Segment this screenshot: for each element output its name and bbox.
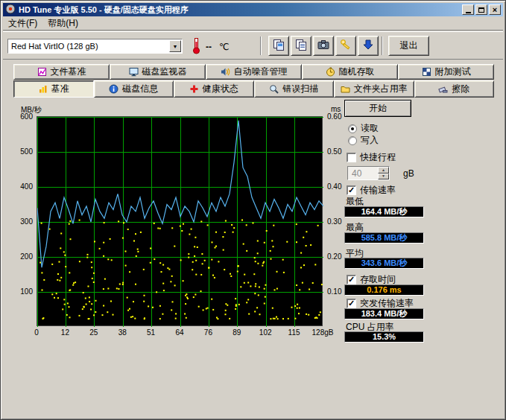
tab-extra-tests[interactable]: 附加测试 [398, 64, 494, 80]
short-stroke-size-stepper[interactable]: 40 ▲ ▼ [347, 166, 390, 180]
tab-aam[interactable]: 自动噪音管理 [206, 64, 302, 80]
tab-random-access[interactable]: 随机存取 [302, 64, 398, 80]
disk-monitor-icon [129, 67, 139, 77]
window-title: HD Tune 专业版 5.50 - 硬盘/固态硬盘实用程序 [19, 4, 189, 16]
temperature-value: -- [206, 42, 212, 52]
left-axis-ticks: 600500400300200100 [13, 116, 34, 326]
short-stroke-checkbox[interactable]: 快捷行程 [347, 151, 396, 164]
access-time-display: 0.176 ms [344, 284, 424, 296]
read-radio[interactable]: 读取 [348, 122, 379, 135]
checkered-flag-icon [422, 67, 431, 77]
stopwatch-icon [326, 67, 335, 77]
checkbox-box[interactable] [347, 299, 356, 308]
tab-erase[interactable]: 擦除 [414, 80, 495, 98]
chevron-down-icon[interactable]: ▼ [169, 40, 181, 52]
copy-text-button[interactable] [291, 36, 311, 56]
checkbox-box[interactable] [347, 185, 356, 195]
camera-icon [317, 38, 330, 54]
tab-health[interactable]: 健康状态 [174, 80, 254, 98]
red-cross-icon [189, 84, 199, 94]
speaker-icon [221, 67, 230, 77]
tab-row-secondary: 文件基准 磁盘监视器 自动噪音管理 随机存取 附加测试 [13, 64, 494, 80]
maximize-button[interactable] [475, 4, 487, 15]
menu-help[interactable]: 帮助(H) [42, 16, 83, 31]
tab-row-primary: 基准 磁盘信息 健康状态 错误扫描 文件夹占用率 擦除 [13, 80, 494, 98]
copy-screenshot-button[interactable] [268, 36, 289, 56]
radio-dot[interactable] [348, 136, 357, 145]
avg-speed-display: 343.6 MB/秒 [344, 258, 424, 269]
file-benchmark-icon [37, 67, 47, 77]
checkbox-box[interactable] [347, 275, 356, 284]
stepper-unit-label: gB [403, 168, 414, 179]
magnifier-icon [269, 84, 279, 94]
checkbox-box[interactable] [347, 153, 356, 162]
radio-dot[interactable] [348, 124, 357, 133]
benchmark-icon [38, 84, 48, 94]
eraser-icon [438, 84, 448, 94]
temperature-unit: ℃ [219, 42, 229, 52]
screenshot-button[interactable] [313, 36, 334, 56]
thermometer-icon [192, 37, 200, 57]
download-arrow-icon [361, 38, 375, 54]
exit-button[interactable]: 退出 [388, 36, 429, 56]
title-bar[interactable]: HD Tune 专业版 5.50 - 硬盘/固态硬盘实用程序 × [3, 3, 503, 16]
submit-results-button[interactable] [335, 36, 356, 56]
close-button[interactable]: × [489, 4, 501, 15]
minimize-button[interactable] [462, 4, 474, 15]
copy-image-icon [272, 38, 285, 54]
tab-file-benchmark[interactable]: 文件基准 [13, 64, 110, 80]
stepper-down-button[interactable]: ▼ [378, 174, 389, 180]
stepper-value[interactable]: 40 [348, 167, 378, 179]
info-icon [109, 84, 118, 94]
app-icon [5, 4, 16, 16]
min-speed-display: 164.4 MB/秒 [344, 206, 424, 217]
toolbar: Red Hat VirtIO (128 gB) ▼ -- ℃ 退出 [3, 31, 503, 60]
key-icon [339, 38, 352, 54]
save-button[interactable] [358, 36, 379, 56]
burst-rate-display: 183.4 MB/秒 [344, 308, 424, 319]
write-radio[interactable]: 写入 [348, 134, 379, 147]
toolbar-separator [382, 36, 383, 55]
copy-text-icon [294, 38, 308, 54]
max-speed-display: 585.8 MB/秒 [344, 232, 424, 244]
tab-error-scan[interactable]: 错误扫描 [254, 80, 335, 98]
tab-disk-info[interactable]: 磁盘信息 [94, 80, 174, 98]
start-button[interactable]: 开始 [344, 100, 411, 117]
app-window: HD Tune 专业版 5.50 - 硬盘/固态硬盘实用程序 × 文件(F) 帮… [0, 0, 506, 420]
x-axis-ticks: 012253851647689102115128gB [37, 328, 323, 338]
cpu-usage-display: 15.3% [344, 331, 424, 343]
drive-select-value: Red Hat VirtIO (128 gB) [8, 42, 169, 51]
folder-icon [341, 84, 350, 94]
tab-folder-usage[interactable]: 文件夹占用率 [334, 80, 414, 98]
menu-bar: 文件(F) 帮助(H) [3, 16, 503, 31]
tab-disk-monitor[interactable]: 磁盘监视器 [110, 64, 206, 80]
stepper-up-button[interactable]: ▲ [378, 167, 389, 174]
toolbar-separator [260, 36, 262, 55]
drive-select[interactable]: Red Hat VirtIO (128 gB) ▼ [7, 39, 183, 54]
access-time-scatter [39, 220, 323, 320]
tab-benchmark[interactable]: 基准 [13, 80, 94, 98]
menu-file[interactable]: 文件(F) [3, 16, 42, 31]
benchmark-plot-area [37, 116, 323, 326]
